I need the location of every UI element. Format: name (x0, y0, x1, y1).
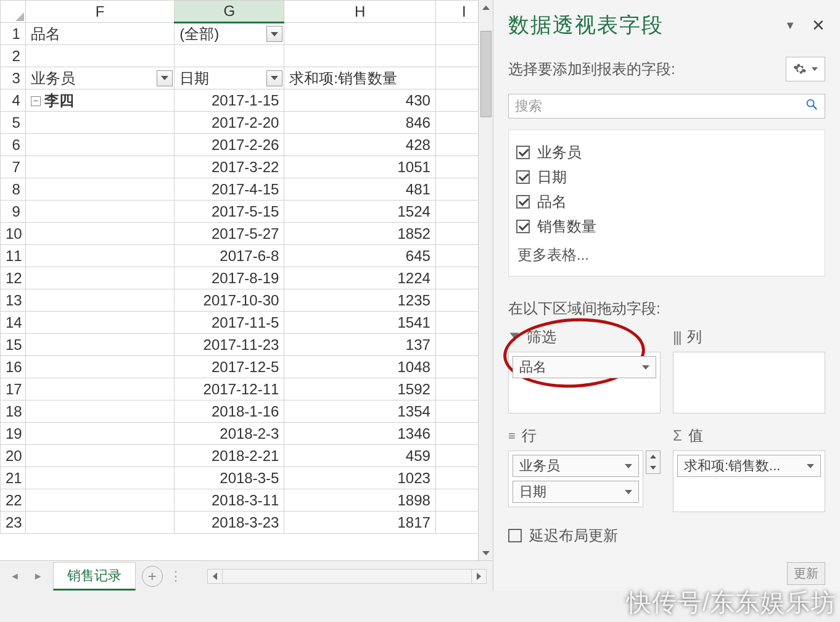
field-item[interactable]: 日期 (516, 165, 817, 189)
values-chip[interactable]: 求和项:销售数... (677, 455, 821, 477)
row-header[interactable]: 15 (1, 334, 26, 356)
select-all-corner[interactable] (1, 1, 26, 23)
cell-rowlabel[interactable] (25, 134, 174, 156)
panel-options-dropdown-icon[interactable]: ▼ (784, 19, 796, 32)
cell-value[interactable]: 1048 (284, 356, 436, 378)
rows-chip[interactable]: 业务员 (513, 455, 639, 477)
hscroll-right-icon[interactable] (471, 570, 486, 583)
horizontal-scrollbar[interactable] (207, 569, 487, 584)
area-columns-dropzone[interactable] (673, 352, 825, 413)
col-header-H[interactable]: H (284, 1, 436, 23)
cell[interactable] (284, 23, 436, 45)
cell-date[interactable]: 2017-11-23 (175, 334, 284, 356)
cell-rowlabel[interactable] (25, 156, 174, 178)
cell-value[interactable]: 428 (284, 134, 436, 156)
cell-rowlabel[interactable] (25, 245, 174, 267)
field-item[interactable]: 品名 (516, 189, 817, 214)
row-header[interactable]: 21 (1, 467, 26, 489)
update-button[interactable]: 更新 (787, 562, 825, 585)
row-header[interactable]: 11 (1, 245, 26, 267)
add-sheet-button[interactable]: + (142, 566, 163, 587)
hscroll-left-icon[interactable] (208, 570, 223, 583)
cell-date[interactable]: 2018-1-16 (175, 400, 284, 423)
tab-nav-next-icon[interactable]: ► (30, 571, 47, 582)
spinner-up-icon[interactable] (646, 451, 660, 462)
row-header[interactable]: 22 (1, 489, 26, 512)
cell-value[interactable]: 1852 (284, 223, 436, 245)
search-input[interactable]: 搜索 (508, 94, 825, 118)
cell-rowlabel[interactable] (25, 267, 174, 289)
cell-value[interactable]: 1592 (284, 378, 436, 400)
cell[interactable] (175, 45, 284, 67)
cols-field-dropdown[interactable] (266, 70, 282, 86)
cell-date[interactable]: 2018-2-21 (175, 445, 284, 467)
cell-value[interactable]: 1023 (284, 467, 436, 489)
cell-date[interactable]: 2017-12-11 (175, 378, 284, 400)
cell-date[interactable]: 2017-4-15 (175, 178, 284, 201)
filter-dropdown-button[interactable] (266, 26, 282, 42)
row-header[interactable]: 13 (1, 289, 26, 312)
area-values-dropzone[interactable]: 求和项:销售数... (673, 450, 825, 512)
row-header[interactable]: 9 (1, 201, 26, 223)
field-checkbox[interactable] (516, 220, 530, 233)
field-item[interactable]: 销售数量 (516, 214, 817, 239)
cell-value[interactable]: 846 (284, 112, 436, 134)
cell-date[interactable]: 2017-1-15 (175, 89, 284, 112)
cell-value[interactable]: 1541 (284, 312, 436, 334)
row-header[interactable]: 3 (1, 67, 26, 89)
field-checkbox[interactable] (516, 170, 530, 184)
spinner-down-icon[interactable] (646, 462, 660, 473)
cell-rowlabel[interactable] (25, 445, 174, 467)
more-tables-link[interactable]: 更多表格... (516, 239, 817, 266)
cell-date[interactable]: 2017-5-27 (175, 223, 284, 245)
row-header[interactable]: 14 (1, 312, 26, 334)
field-checkbox[interactable] (516, 146, 530, 159)
filter-chip[interactable]: 品名 (513, 356, 656, 378)
cell-rowlabel[interactable] (25, 423, 174, 445)
cell-value[interactable]: 1354 (284, 400, 436, 423)
defer-checkbox[interactable] (508, 529, 522, 542)
tab-nav-prev-icon[interactable]: ◄ (6, 571, 23, 582)
pivot-cols-header[interactable]: 日期 (175, 67, 284, 89)
cell-rowlabel[interactable] (25, 400, 174, 423)
cell-rowlabel[interactable]: −李四 (25, 89, 174, 112)
pivot-rows-header[interactable]: 业务员 (25, 67, 174, 89)
cell-rowlabel[interactable] (25, 289, 174, 312)
cell-date[interactable]: 2017-5-15 (175, 201, 284, 223)
col-header-G[interactable]: G (175, 1, 284, 23)
cell-date[interactable]: 2018-3-11 (175, 489, 284, 512)
row-header[interactable]: 23 (1, 512, 26, 534)
tools-button[interactable] (786, 57, 825, 81)
cell-value[interactable]: 459 (284, 445, 436, 467)
panel-close-icon[interactable]: ✕ (812, 16, 825, 35)
cell-rowlabel[interactable] (25, 512, 174, 534)
cell[interactable] (284, 45, 436, 67)
sheet-tab-active[interactable]: 销售记录 (53, 562, 136, 591)
field-item[interactable]: 业务员 (516, 140, 817, 165)
cell-rowlabel[interactable] (25, 356, 174, 378)
cell-rowlabel[interactable] (25, 489, 174, 512)
cell-date[interactable]: 2018-3-5 (175, 467, 284, 489)
row-header[interactable]: 18 (1, 400, 26, 423)
cell-value[interactable]: 645 (284, 245, 436, 267)
rows-field-dropdown[interactable] (157, 70, 173, 86)
grid[interactable]: F G H I 1 品名 (全部) (0, 0, 493, 560)
cell-value[interactable]: 1817 (284, 512, 436, 534)
row-header[interactable]: 1 (1, 23, 26, 45)
row-header[interactable]: 17 (1, 378, 26, 400)
filter-field-label[interactable]: 品名 (25, 23, 174, 45)
field-checkbox[interactable] (516, 195, 530, 209)
cell-rowlabel[interactable] (25, 378, 174, 400)
rows-chip[interactable]: 日期 (513, 481, 639, 503)
scroll-up-icon[interactable] (479, 0, 493, 15)
area-filter-dropzone[interactable]: 品名 (508, 352, 661, 413)
cell-value[interactable]: 1346 (284, 423, 436, 445)
scroll-down-icon[interactable] (479, 545, 493, 560)
cell-value[interactable]: 1898 (284, 489, 436, 512)
cell-date[interactable]: 2017-2-20 (175, 112, 284, 134)
cell-rowlabel[interactable] (25, 467, 174, 489)
cell-rowlabel[interactable] (25, 201, 174, 223)
cell-value[interactable]: 481 (284, 178, 436, 201)
collapse-toggle[interactable]: − (31, 96, 41, 106)
cell-date[interactable]: 2018-3-23 (175, 512, 284, 534)
